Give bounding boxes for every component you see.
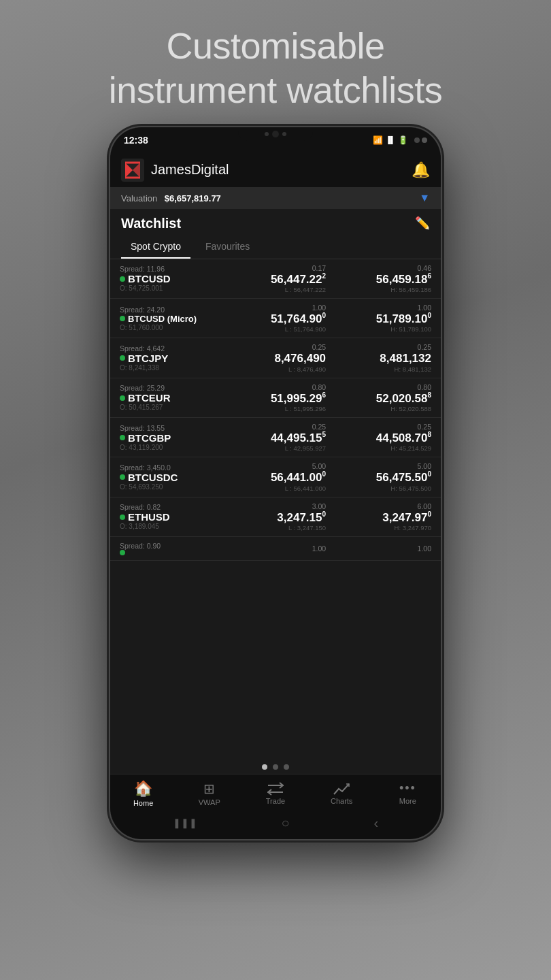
list-item[interactable]: Spread: 4,642 BTCJPY O: 8,241,338 0.25 8… (110, 338, 441, 378)
home-gesture[interactable]: ○ (282, 815, 290, 831)
valuation-label: Valuation (121, 193, 157, 203)
nav-item-more[interactable]: ••• More (387, 781, 428, 805)
valuation-amount: $6,657,819.77 (165, 193, 221, 203)
home-icon: 🏠 (134, 780, 152, 798)
trade-icon (267, 782, 284, 796)
item-symbol-col: Spread: 24.20 BTCUSD (Micro) O: 51,760.0… (120, 306, 220, 331)
ask-col: 0.25 44,508.708 H: 45,214.529 (326, 423, 431, 452)
app-logo-area: JamesDigital (121, 159, 229, 182)
phone-screen: 12:38 📶 ▐▌ 🔋 (110, 127, 441, 839)
nav-label-vwap: VWAP (199, 798, 220, 806)
bid-col: 0.25 44,495.155 L : 42,955.927 (220, 423, 326, 452)
dropdown-arrow-icon: ▼ (419, 192, 430, 204)
list-item[interactable]: Spread: 24.20 BTCUSD (Micro) O: 51,760.0… (110, 299, 441, 338)
nav-item-trade[interactable]: Trade (255, 782, 296, 805)
nav-label-charts: Charts (331, 797, 352, 805)
bottom-nav: 🏠 Home ⊞ VWAP (110, 774, 441, 810)
battery-icon: 🔋 (398, 135, 408, 145)
pagination-dot-1[interactable] (262, 764, 267, 770)
back-gesture[interactable]: ❚❚❚ (173, 817, 197, 828)
list-item[interactable]: Spread: 11.96 BTCUSD O: 54,725.001 0.17 … (110, 259, 441, 299)
camera-notch (238, 127, 313, 141)
valuation-bar[interactable]: Valuation $6,657,819.77 ▼ (110, 187, 441, 209)
open-label: O: 54,725.001 (120, 284, 220, 292)
bid-col: 5.00 56,441.000 L : 56,441.000 (220, 462, 326, 491)
item-symbol-col: Spread: 11.96 BTCUSD O: 54,725.001 (120, 265, 220, 292)
phone-frame: 12:38 📶 ▐▌ 🔋 (109, 126, 442, 840)
tabs-bar: Spot Crypto Favourites (110, 234, 441, 259)
item-symbol-col: Spread: 3,450.0 BTCUSDC O: 54,693.250 (120, 463, 220, 491)
item-symbol-col: Spread: 0.90 (120, 542, 220, 555)
item-symbol-col: Spread: 0.82 ETHUSD O: 3,189.045 (120, 503, 220, 530)
bid-col: 0.80 51,995.296 L : 51,995.296 (220, 383, 326, 412)
list-item[interactable]: Spread: 25.29 BTCEUR O: 50,415.267 0.80 … (110, 378, 441, 418)
gesture-bar: ❚❚❚ ○ ‹ (110, 810, 441, 839)
bid-col: 0.17 56,447.222 L : 56,447.222 (220, 264, 326, 293)
volume-button (109, 209, 110, 236)
nav-label-trade: Trade (266, 797, 285, 805)
watchlist-title: Watchlist (121, 216, 181, 231)
list-item[interactable]: Spread: 3,450.0 BTCUSDC O: 54,693.250 5.… (110, 457, 441, 497)
ask-col: 0.46 56,459.186 H: 56,459.186 (326, 264, 431, 293)
ask-col: 0.80 52,020.588 H: 52,020.588 (326, 383, 431, 412)
nav-label-home: Home (133, 799, 153, 807)
page-title: Customisable instrument watchlists (34, 24, 517, 112)
nav-item-charts[interactable]: Charts (321, 782, 362, 805)
edit-icon[interactable]: ✏️ (415, 216, 430, 231)
ask-col: 1.00 51,789.100 H: 51,789.100 (326, 304, 431, 333)
status-dot (120, 276, 125, 282)
charts-icon (333, 782, 350, 796)
bid-col: 0.25 8,476,490 L : 8,476,490 (220, 343, 326, 372)
item-symbol-col: Spread: 13.55 BTCGBP O: 43,119.200 (120, 424, 220, 451)
watchlist-items: Spread: 11.96 BTCUSD O: 54,725.001 0.17 … (110, 259, 441, 760)
volume-button-2 (109, 243, 110, 270)
pagination-dot-2[interactable] (273, 764, 278, 770)
bell-icon[interactable]: 🔔 (412, 161, 430, 179)
spread-label: Spread: 11.96 (120, 265, 220, 273)
tab-favourites[interactable]: Favourites (196, 237, 259, 259)
item-symbol-col: Spread: 4,642 BTCJPY O: 8,241,338 (120, 344, 220, 372)
list-item[interactable]: Spread: 13.55 BTCGBP O: 43,119.200 0.25 … (110, 418, 441, 457)
signal-icon: ▐▌ (386, 136, 395, 144)
power-button (441, 229, 442, 277)
ask-col: 0.25 8,481,132 H: 8,481,132 (326, 343, 431, 372)
camera-dots (414, 137, 427, 143)
app-logo-icon (121, 159, 144, 182)
bid-col: 3.00 3,247.150 L : 3,247.150 (220, 502, 326, 532)
app-header: JamesDigital 🔔 (110, 153, 441, 187)
page-background: Customisable instrument watchlists 12:38 (0, 0, 551, 980)
status-icons: 📶 ▐▌ 🔋 (373, 135, 427, 145)
symbol-label: BTCUSD (120, 273, 220, 284)
nav-item-home[interactable]: 🏠 Home (123, 780, 164, 807)
vwap-icon: ⊞ (203, 781, 215, 797)
bid-col: 1.00 51,764.900 L : 51,764.900 (220, 304, 326, 333)
wifi-icon: 📶 (373, 135, 383, 145)
list-item[interactable]: Spread: 0.82 ETHUSD O: 3,189.045 3.00 3,… (110, 497, 441, 537)
tab-spot-crypto[interactable]: Spot Crypto (121, 237, 190, 259)
recent-gesture[interactable]: ‹ (373, 815, 378, 831)
list-item[interactable]: Spread: 0.90 1.00 1.00 (110, 537, 441, 561)
valuation-info: Valuation $6,657,819.77 (121, 192, 221, 204)
pagination-dot-3[interactable] (284, 764, 289, 770)
nav-label-more: More (399, 797, 416, 805)
item-symbol-col: Spread: 25.29 BTCEUR O: 50,415.267 (120, 384, 220, 411)
status-bar: 12:38 📶 ▐▌ 🔋 (110, 127, 441, 153)
bid-col: 1.00 (220, 544, 326, 553)
page-header: Customisable instrument watchlists (0, 0, 551, 122)
pagination-dots (110, 760, 441, 774)
ask-col: 6.00 3,247.970 H: 3,247.970 (326, 502, 431, 532)
watchlist-header: Watchlist ✏️ (110, 209, 441, 234)
nav-item-vwap[interactable]: ⊞ VWAP (189, 781, 230, 806)
ask-col: 1.00 (326, 544, 431, 553)
more-icon: ••• (399, 781, 416, 796)
ask-col: 5.00 56,475.500 H: 56,475.500 (326, 462, 431, 491)
app-title: JamesDigital (151, 162, 229, 178)
status-time: 12:38 (124, 135, 148, 146)
